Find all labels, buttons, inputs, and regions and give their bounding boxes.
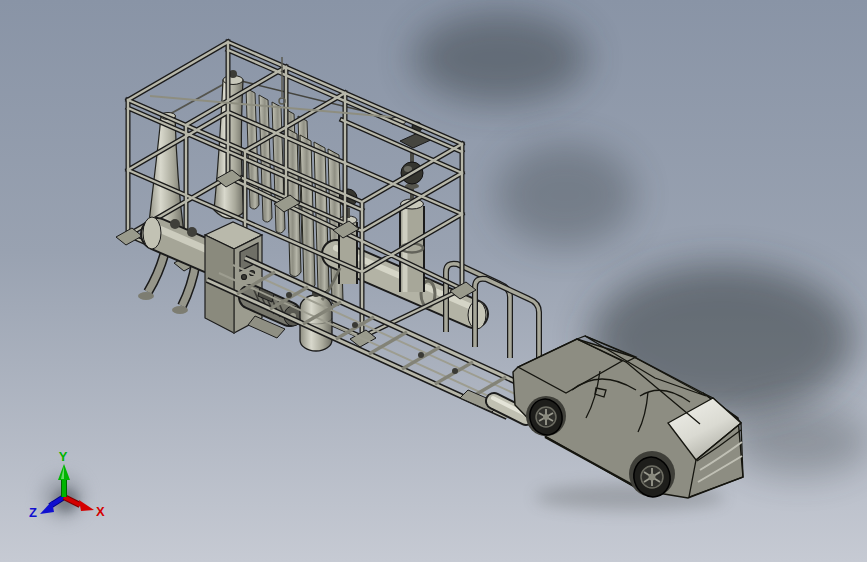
cad-viewport[interactable]: Y X Z: [0, 0, 867, 562]
axis-triad: Y X Z: [29, 449, 105, 520]
axis-y-label: Y: [59, 449, 68, 464]
panel-button[interactable]: [242, 275, 247, 280]
storage-tank[interactable]: [138, 217, 210, 314]
control-cabinet[interactable]: [205, 222, 262, 333]
axis-x-label: X: [96, 504, 105, 519]
car-wash-machine-model[interactable]: [116, 42, 743, 510]
viewport-canvas[interactable]: Y X Z: [0, 0, 867, 562]
axis-z-label: Z: [29, 505, 37, 520]
